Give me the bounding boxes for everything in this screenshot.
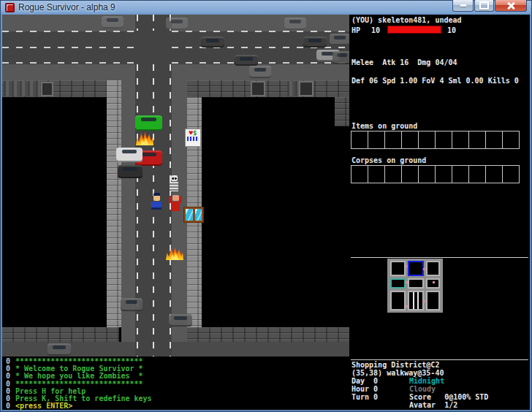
- message-log: 0*****************************0* Welcome…: [2, 356, 349, 410]
- inventory-slot[interactable]: [485, 131, 503, 149]
- head: [172, 195, 179, 201]
- inventory-slot[interactable]: [452, 165, 469, 183]
- car-sprite: [169, 314, 192, 327]
- car-sprite: [116, 148, 142, 162]
- divider: [351, 359, 528, 360]
- inventory-slot[interactable]: [351, 131, 368, 149]
- car-windshield: [240, 57, 253, 61]
- close-button[interactable]: [495, 0, 527, 12]
- head: [153, 193, 160, 201]
- player-position: (35,38) walkway@35-40: [352, 369, 444, 377]
- minimap-block: [426, 261, 440, 276]
- inventory-slot[interactable]: [384, 165, 402, 183]
- car-sprite: [166, 18, 188, 30]
- game-window: Rogue Survivor - alpha 9 ♥$ 0***********…: [0, 0, 532, 412]
- bottom-wall: [2, 327, 119, 342]
- police-sprite: [150, 193, 163, 210]
- car-sprite: [135, 115, 162, 131]
- glass-pane: [186, 209, 193, 221]
- zombie-sprite: [169, 195, 182, 212]
- time-of-day: Midnight: [409, 377, 444, 385]
- head: [171, 175, 178, 181]
- inventory-slot[interactable]: [468, 165, 486, 183]
- inventory-slot[interactable]: [468, 131, 486, 149]
- minimap-line: [413, 292, 414, 309]
- inventory-slot[interactable]: [435, 165, 452, 183]
- weather: Cloudy: [409, 385, 436, 393]
- car-sprite: [235, 55, 258, 66]
- minimap-block: [408, 291, 424, 310]
- inventory-slot[interactable]: [384, 131, 402, 149]
- lane-marking: [2, 47, 135, 48]
- minimize-icon: [460, 4, 466, 7]
- car-sprite: [102, 16, 123, 28]
- inventory-slot[interactable]: [435, 131, 452, 149]
- car-windshield: [122, 150, 137, 153]
- defense-stats-line: Def 06 Spd 1.00 FoV 4 Sml 0.00 Kills 0: [352, 77, 519, 85]
- inventory-slot[interactable]: [418, 165, 436, 183]
- sign-text-bar: [187, 137, 199, 141]
- lane-marking: [172, 31, 349, 32]
- title-bar[interactable]: Rogue Survivor - alpha 9: [0, 0, 532, 15]
- car-windshield: [107, 18, 119, 22]
- car-windshield: [171, 20, 183, 23]
- minimap-block: [408, 278, 424, 289]
- lane-marking: [137, 64, 138, 356]
- avatar-counter: Avatar 1/2: [409, 401, 457, 409]
- inventory-slot[interactable]: [368, 131, 385, 149]
- inventory-slot[interactable]: [401, 131, 419, 149]
- hp-current: 10: [371, 26, 380, 34]
- minimap-block: [390, 278, 406, 289]
- inventory-slot[interactable]: [401, 165, 419, 183]
- minimap-marker: [406, 305, 408, 308]
- minimap-block: [426, 278, 440, 289]
- hp-bar: [387, 26, 441, 34]
- inventory-slot[interactable]: [485, 165, 503, 183]
- maximize-button[interactable]: [474, 0, 494, 12]
- lane-marking: [2, 62, 135, 64]
- day-counter: Day 0: [352, 377, 378, 385]
- minimap-marker: [433, 281, 435, 283]
- skeleton-sprite: [167, 175, 180, 192]
- window-title: Rogue Survivor - alpha 9: [18, 2, 115, 12]
- dark-door: [41, 82, 53, 96]
- torso: [171, 202, 180, 211]
- bottom-strip: [172, 342, 349, 356]
- lane-marking: [172, 62, 349, 64]
- car-windshield: [53, 346, 66, 349]
- inventory-slot[interactable]: [351, 165, 368, 183]
- inventory-slot[interactable]: [368, 165, 385, 183]
- inventory-slot[interactable]: [502, 131, 520, 149]
- log-turn-prefix: 0: [6, 403, 15, 410]
- hp-max: 10: [447, 26, 456, 34]
- dark-door: [299, 81, 314, 96]
- district-name: Shopping District@C2: [352, 361, 439, 369]
- fence: [4, 81, 40, 96]
- lane-marking: [153, 64, 154, 356]
- lane-marking: [153, 15, 154, 31]
- car-windshield: [141, 118, 156, 121]
- minimize-button[interactable]: [452, 0, 474, 12]
- inventory-slot[interactable]: [452, 131, 469, 149]
- inventory-slot[interactable]: [502, 165, 520, 183]
- hour-counter: Hour 0: [352, 385, 378, 393]
- pharmacy-sign: ♥$: [185, 129, 201, 147]
- lane-marking: [137, 15, 138, 31]
- items-on-ground-label: Items on ground: [352, 122, 417, 130]
- car-windshield: [334, 36, 346, 39]
- car-windshield: [337, 53, 348, 57]
- car-sprite: [48, 343, 71, 356]
- turn-counter: Turn 0: [352, 393, 378, 401]
- score: Score 0@100% STD: [409, 393, 488, 401]
- minimap-marker: [423, 268, 425, 270]
- car-sprite: [121, 298, 142, 311]
- minimap-marker: [423, 300, 425, 302]
- car-sprite: [303, 37, 327, 47]
- log-message: <press ENTER>: [15, 402, 72, 410]
- car-windshield: [308, 39, 322, 42]
- game-map-viewport[interactable]: ♥$: [2, 15, 349, 356]
- maximize-icon: [479, 1, 489, 9]
- melee-stats-line: Melee Atk 16 Dmg 04/04: [352, 58, 457, 66]
- inventory-slot[interactable]: [418, 131, 436, 149]
- shop-glass-door: [183, 207, 204, 223]
